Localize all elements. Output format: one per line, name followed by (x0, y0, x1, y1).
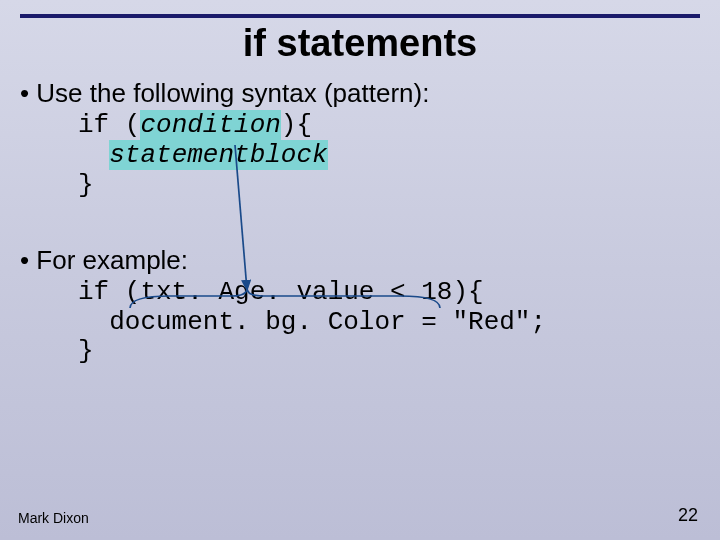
example-line2: document. bg. Color = "Red"; (78, 307, 546, 337)
footer-author: Mark Dixon (18, 510, 89, 526)
example-line3: } (78, 336, 94, 366)
header-rule (20, 14, 700, 18)
pattern-paren-brace: ){ (281, 110, 312, 140)
pattern-statementblock: statementblock (109, 140, 327, 170)
pattern-close-brace: } (78, 170, 94, 200)
bullet-example: • For example: (20, 245, 700, 276)
footer-page-number: 22 (678, 505, 698, 526)
pattern-if-open: if ( (78, 110, 140, 140)
example-section: • For example: if (txt. Age. value < 18)… (20, 245, 700, 368)
slide-title: if statements (0, 22, 720, 65)
pattern-condition: condition (140, 110, 280, 140)
pattern-code: if (condition){ statementblock } (78, 111, 700, 201)
slide-content: • Use the following syntax (pattern): if… (20, 78, 700, 367)
bullet-syntax: • Use the following syntax (pattern): (20, 78, 700, 109)
example-code: if (txt. Age. value < 18){ document. bg.… (78, 278, 700, 368)
example-line1: if (txt. Age. value < 18){ (78, 277, 484, 307)
